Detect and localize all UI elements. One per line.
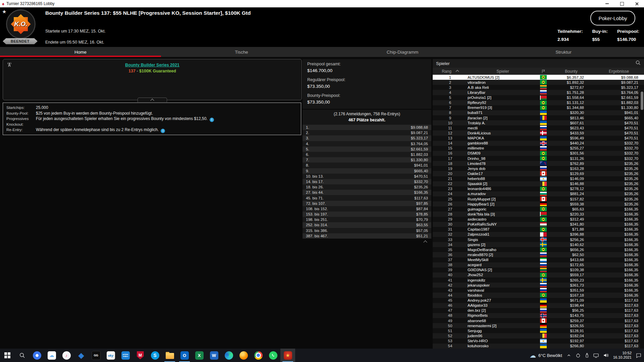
notification-center-icon[interactable] <box>636 353 641 358</box>
player-row[interactable]: 21heberto88$146,09$235,26 <box>433 176 644 181</box>
maximize-button[interactable] <box>614 0 629 7</box>
player-row[interactable]: 43varshaval$351,59$166,35 <box>433 288 644 293</box>
player-row[interactable]: 47den.brz [2]$56,25$117,63 <box>433 308 644 313</box>
column-header-result[interactable]: Ergebnisse <box>594 69 644 74</box>
player-row[interactable]: 6Rpfleury92$1.131,12$1.882,03 <box>433 100 644 105</box>
player-row[interactable]: 51Senjugg$128,91$117,63 <box>433 328 644 333</box>
search-icon[interactable] <box>15 349 30 362</box>
volume-icon[interactable] <box>603 353 609 358</box>
player-row[interactable]: 11mectli$623,43$470,51 <box>433 125 644 130</box>
prime-video-icon[interactable]: primevideo <box>118 349 133 362</box>
player-row[interactable]: 322alprezzodi1$396,88$166,35 <box>433 232 644 237</box>
player-row[interactable]: 40Jhow252$559,17$166,35 <box>433 273 644 278</box>
player-row[interactable]: 48RigmorBets$143,75$117,63 <box>433 313 644 318</box>
player-row[interactable]: 33Singis$256,26$166,35 <box>433 237 644 242</box>
stars-app-icon[interactable]: ◆ <box>74 349 89 362</box>
word-icon[interactable]: W <box>207 349 221 362</box>
icloud-icon[interactable]: ☁ <box>44 349 59 362</box>
mcafee-icon[interactable]: M <box>133 349 148 362</box>
scrollbar-thumb[interactable] <box>641 92 643 110</box>
info-icon[interactable] <box>161 129 165 133</box>
player-row[interactable]: 45Andrey.pok27$671,09$117,63 <box>433 298 644 303</box>
poker-lobby-button[interactable]: Poker-Lobby <box>590 11 635 25</box>
player-row[interactable]: 49abarone68$259,37$117,63 <box>433 318 644 323</box>
search-icon[interactable] <box>635 60 641 67</box>
tab-tische[interactable]: Tische <box>161 47 322 57</box>
player-row[interactable]: 12Donk4Licious$433,59$470,51 <box>433 130 644 135</box>
player-row[interactable]: 14gamblore88$440,24$332,70 <box>433 141 644 146</box>
player-row[interactable]: 1ALTUSDOMUS [2]$6.357,32$9.088,68 <box>433 75 644 80</box>
player-row[interactable]: 26HappyBear1 [2]$559,38$235,26 <box>433 201 644 206</box>
favorite-star-icon[interactable]: ★ <box>2 9 6 15</box>
tab-struktur[interactable]: Struktur <box>483 47 644 57</box>
player-row[interactable]: 29axdecastro$312,49$166,35 <box>433 217 644 222</box>
player-row[interactable]: 30PoKeRaRcSuNY$341,80$166,35 <box>433 222 644 227</box>
player-row[interactable]: 20Oaklie17$129,69$235,26 <box>433 171 644 176</box>
promo-series-link[interactable]: Bounty Builder Series 2021 <box>3 63 302 67</box>
player-row[interactable]: 10Trotskiy A.$607,61$470,51 <box>433 120 644 125</box>
player-row[interactable]: 52judem96$182,04$117,63 <box>433 333 644 338</box>
player-row[interactable]: 2vitoradiron$1.892,32$9.087,21 <box>433 80 644 85</box>
player-row[interactable]: 15millimetre$255,27$332,70 <box>433 146 644 151</box>
tab-chip-diagramm[interactable]: Chip-Diagramm <box>322 47 483 57</box>
windows-start-icon[interactable] <box>0 349 15 362</box>
player-row[interactable]: 8buba971$320,30$941,01 <box>433 110 644 115</box>
player-row[interactable]: 17Drinho_98$131,26$332,70 <box>433 156 644 161</box>
file-explorer-icon[interactable] <box>162 349 177 362</box>
chrome-icon[interactable] <box>251 349 266 362</box>
tray-expand-icon[interactable] <box>567 353 571 358</box>
sky-icon[interactable]: sky <box>103 349 118 362</box>
player-row[interactable]: 23leonardo4486$278,12$235,26 <box>433 186 644 191</box>
player-row[interactable]: 50renemastermi [2]$326,55$117,63 <box>433 323 644 328</box>
player-row[interactable]: 4LibraryBar$1.751,28$3.764,05 <box>433 90 644 95</box>
player-row[interactable]: 46AAligator33$198,44$117,63 <box>433 303 644 308</box>
player-row[interactable]: 25RustyMuppet [2]$157,82$235,26 <box>433 196 644 201</box>
tab-home[interactable]: Home <box>0 47 161 57</box>
player-row[interactable]: 5prOvinzia1 [2]$1.558,64$2.661,59 <box>433 95 644 100</box>
player-row[interactable]: 3A.B aka Reli$272,67$5.323,17 <box>433 85 644 90</box>
promo-panel[interactable]: Bounty Builder Series 2021 137 - $100K G… <box>3 59 302 100</box>
pokerstars-icon[interactable]: ★ <box>280 349 295 362</box>
prize-list-footer[interactable] <box>303 239 431 244</box>
player-row[interactable]: 44fbioddos$167,18$166,35 <box>433 293 644 298</box>
player-row[interactable]: 7Bremer919 [3]$1.344,88$1.330,80 <box>433 105 644 110</box>
player-row[interactable]: 34gazens [2]$140,62$166,35 <box>433 242 644 247</box>
promo-collapse-button[interactable] <box>138 98 167 102</box>
window-titlebar[interactable]: ♠ Turnier 3273286165 Lobby <box>0 0 644 7</box>
tray-app-icon[interactable] <box>576 353 581 358</box>
player-row[interactable]: 18Limoted78$762,89$235,26 <box>433 161 644 166</box>
player-row[interactable]: 9jfaraclan [2]$813,46$665,40 <box>433 115 644 120</box>
skype-icon[interactable]: S <box>148 349 162 362</box>
taskbar-clock[interactable]: 10:52 16.10.2021 <box>613 351 632 360</box>
player-row[interactable]: 13MAPOKA$596,49$470,51 <box>433 136 644 141</box>
players-scrollbar[interactable] <box>640 90 644 349</box>
column-header-player[interactable]: Spieler <box>468 69 538 74</box>
player-row[interactable]: 27guimagoric$65,63$166,35 <box>433 206 644 212</box>
player-row[interactable]: 35MagoDelBaralho$656,26$166,35 <box>433 247 644 252</box>
excel-icon[interactable]: X <box>192 349 207 362</box>
minimize-button[interactable] <box>600 0 614 7</box>
player-row[interactable]: 16DSM09$301,56$332,70 <box>433 151 644 156</box>
usb-device-icon[interactable] <box>585 353 589 358</box>
whatsapp-icon[interactable] <box>266 349 280 362</box>
player-row[interactable]: 38acegard$172,65$166,35 <box>433 262 644 267</box>
column-header-bounty[interactable]: Bounty <box>549 69 594 74</box>
column-header-flag[interactable] <box>538 69 549 73</box>
player-row[interactable]: 54kotuhorosko$266,80$117,63 <box>433 344 644 349</box>
player-row[interactable]: 19Jenya dob$163,28$235,26 <box>433 166 644 171</box>
ggpoker-icon[interactable]: GG <box>89 349 103 362</box>
itunes-icon[interactable]: ♪ <box>59 349 74 362</box>
player-row[interactable]: 24a.muradov$881,24$235,26 <box>433 191 644 196</box>
player-row[interactable]: 41ingenskillz$265,23$166,35 <box>433 278 644 283</box>
edge-icon[interactable] <box>221 349 236 362</box>
info-icon[interactable] <box>210 118 214 122</box>
player-row[interactable]: 37MeetMySkill$413,68$166,35 <box>433 257 644 262</box>
weather-widget[interactable]: ☁ 6°C Bewölkt <box>530 352 562 359</box>
firefox-icon[interactable] <box>236 349 251 362</box>
player-row[interactable]: 28donk?bla bla [3]$220,33$166,35 <box>433 212 644 217</box>
player-row[interactable]: 36mralex8870 [2]$62,50$166,35 <box>433 252 644 257</box>
network-icon[interactable] <box>593 353 599 358</box>
outlook-icon[interactable]: O <box>177 349 192 362</box>
player-row[interactable]: 31Capitao1987$71,88$166,35 <box>433 227 644 232</box>
player-row[interactable]: 53SteVo-HRO$192,97$117,63 <box>433 339 644 344</box>
